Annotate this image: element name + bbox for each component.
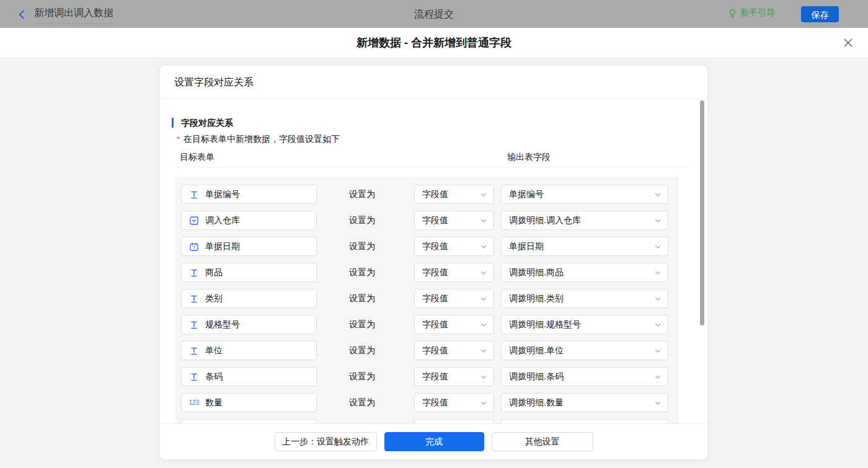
dropdown-value: 字段值 xyxy=(422,371,448,382)
set-as-label: 设置为 xyxy=(349,393,375,412)
set-as-label: 设置为 xyxy=(349,263,375,282)
chevron-down-icon xyxy=(654,191,662,198)
field-mapping-row: 单据编号 设置为 字段值 单据编号 xyxy=(175,185,679,205)
field-label: 商品 xyxy=(205,267,223,278)
chevron-down-icon xyxy=(480,373,487,381)
set-as-label: 设置为 xyxy=(349,211,375,230)
set-as-label: 设置为 xyxy=(349,315,375,334)
lightbulb-icon xyxy=(728,9,737,18)
set-as-label: 设置为 xyxy=(349,341,375,360)
chevron-down-icon xyxy=(654,347,662,355)
dropdown-value: 调拨明细.单位 xyxy=(509,345,564,356)
output-field-dropdown[interactable]: 调拨明细.单位 xyxy=(501,341,668,360)
chevron-down-icon xyxy=(480,243,487,250)
guide-button[interactable]: 新手引导 xyxy=(728,7,775,19)
output-field-dropdown[interactable]: 单据日期 xyxy=(501,237,668,256)
other-settings-button[interactable]: 其他设置 xyxy=(492,432,593,451)
value-mode-dropdown[interactable]: 字段值 xyxy=(414,393,494,412)
target-field-box[interactable]: 单位 xyxy=(181,341,317,360)
target-field-box[interactable]: 单据编号 xyxy=(181,185,317,204)
dropdown-value: 调拨明细.规格型号 xyxy=(509,319,581,330)
value-mode-dropdown[interactable]: 字段值 xyxy=(414,315,494,334)
chevron-down-icon xyxy=(480,321,487,329)
value-mode-dropdown[interactable]: 字段值 xyxy=(414,367,494,386)
target-field-box[interactable] xyxy=(181,419,317,423)
chevron-down-icon xyxy=(654,243,662,250)
modal-title: 新增数据 - 合并新增到普通字段 xyxy=(0,28,868,58)
required-mark: * xyxy=(177,135,180,144)
output-field-dropdown[interactable]: 调拨明细.规格型号 xyxy=(501,315,668,334)
value-mode-dropdown[interactable]: 字段值 xyxy=(414,341,494,360)
dropdown-value: 调拨明细.商品 xyxy=(509,267,564,278)
value-mode-dropdown[interactable]: 字段值 xyxy=(414,263,494,282)
dropdown-value: 单据编号 xyxy=(509,189,544,200)
prev-step-button[interactable]: 上一步：设置触发动作 xyxy=(275,432,377,451)
field-label: 类别 xyxy=(205,293,223,304)
field-mapping-row xyxy=(175,419,679,423)
chevron-down-icon xyxy=(654,295,662,302)
chevron-down-icon xyxy=(654,269,662,276)
value-mode-dropdown[interactable] xyxy=(414,419,494,423)
description-text: 在目标表单中新增数据，字段值设置如下 xyxy=(184,134,340,144)
output-field-dropdown[interactable]: 单据编号 xyxy=(501,185,668,204)
card-header-title: 设置字段对应关系 xyxy=(160,66,707,99)
set-as-label: 设置为 xyxy=(349,289,375,308)
done-button[interactable]: 完成 xyxy=(384,432,484,451)
chevron-down-icon xyxy=(654,373,662,381)
field-label: 单位 xyxy=(205,345,223,356)
modal-header: 新增数据 - 合并新增到普通字段 xyxy=(0,28,868,58)
number-field-icon: 123 xyxy=(189,398,199,407)
chevron-down-icon xyxy=(480,295,487,302)
set-as-label: 设置为 xyxy=(349,367,375,386)
dropdown-value: 字段值 xyxy=(422,345,448,356)
dropdown-value: 调拨明细.条码 xyxy=(509,371,564,382)
output-field-dropdown[interactable]: 调拨明细.调入仓库 xyxy=(501,211,668,230)
target-field-box[interactable]: 规格型号 xyxy=(181,315,317,334)
target-field-box[interactable]: 123 数量 xyxy=(181,393,317,412)
chevron-down-icon xyxy=(480,347,487,355)
field-mapping-row: 商品 设置为 字段值 调拨明细.商品 xyxy=(175,263,679,283)
target-field-box[interactable]: 7 单据日期 xyxy=(181,237,317,256)
target-field-box[interactable]: 商品 xyxy=(181,263,317,282)
chevron-down-icon xyxy=(480,217,487,224)
value-mode-dropdown[interactable]: 字段值 xyxy=(414,237,494,256)
text-field-icon xyxy=(189,294,199,303)
scrollbar-thumb[interactable] xyxy=(700,100,704,325)
text-field-icon xyxy=(189,320,199,329)
value-mode-dropdown[interactable]: 字段值 xyxy=(414,185,494,204)
dropdown-value: 调拨明细.调入仓库 xyxy=(509,215,581,226)
output-field-dropdown[interactable]: 调拨明细.商品 xyxy=(501,263,668,282)
save-button[interactable]: 保存 xyxy=(801,6,839,22)
field-label: 单据日期 xyxy=(205,241,240,252)
chevron-down-icon xyxy=(480,269,487,276)
dropdown-value: 字段值 xyxy=(422,293,448,304)
target-field-box[interactable]: 类别 xyxy=(181,289,317,308)
dropdown-value: 字段值 xyxy=(422,267,448,278)
value-mode-dropdown[interactable]: 字段值 xyxy=(414,211,494,230)
text-field-icon xyxy=(189,268,199,277)
text-field-icon xyxy=(189,190,199,199)
output-field-dropdown[interactable]: 调拨明细.数量 xyxy=(501,393,668,412)
target-field-box[interactable]: 调入仓库 xyxy=(181,211,317,230)
chevron-down-icon xyxy=(480,191,487,198)
output-field-dropdown[interactable] xyxy=(501,419,668,423)
field-label: 条码 xyxy=(205,371,223,382)
dropdown-value: 字段值 xyxy=(422,215,448,226)
target-field-box[interactable]: 条码 xyxy=(181,367,317,386)
value-mode-dropdown[interactable]: 字段值 xyxy=(414,289,494,308)
dropdown-value: 调拨明细.数量 xyxy=(509,397,564,408)
output-field-dropdown[interactable]: 调拨明细.类别 xyxy=(501,289,668,308)
dropdown-value: 字段值 xyxy=(422,319,448,330)
field-mapping-row: 单位 设置为 字段值 调拨明细.单位 xyxy=(175,341,679,361)
card-footer: 上一步：设置触发动作 完成 其他设置 xyxy=(160,423,707,459)
field-mapping-row: 条码 设置为 字段值 调拨明细.条码 xyxy=(175,367,679,387)
output-field-dropdown[interactable]: 调拨明细.条码 xyxy=(501,367,668,386)
close-button[interactable] xyxy=(843,38,853,48)
field-label: 单据编号 xyxy=(205,189,240,200)
field-mapping-row: 类别 设置为 字段值 调拨明细.类别 xyxy=(175,289,679,309)
text-field-icon xyxy=(189,346,199,355)
set-as-label: 设置为 xyxy=(349,237,375,256)
field-mapping-row: 123 数量 设置为 字段值 调拨明细.数量 xyxy=(175,393,679,413)
chevron-down-icon xyxy=(480,399,487,407)
dropdown-value: 字段值 xyxy=(422,241,448,252)
